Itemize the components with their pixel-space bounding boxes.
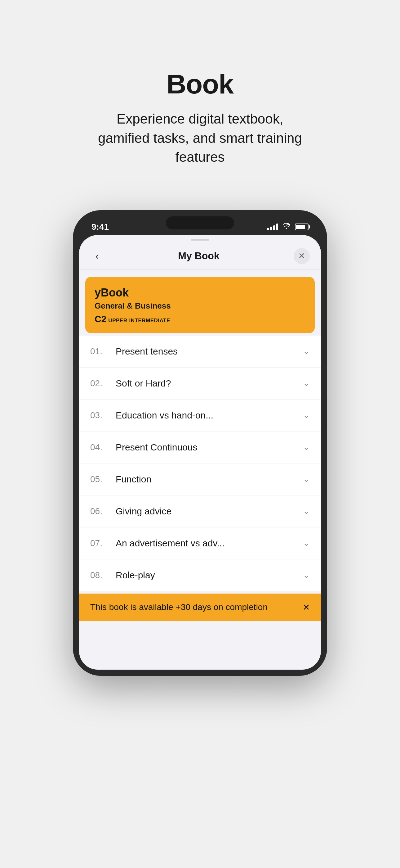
bottom-bar-close-button[interactable]: ✕ — [303, 602, 310, 613]
level-code: C2 — [95, 314, 106, 324]
chapter-name: Present Continuous — [116, 442, 198, 453]
chapter-left: 04. Present Continuous — [90, 442, 198, 453]
phone-frame: 9:41 — [73, 210, 327, 676]
chapter-left: 03. Education vs hand-on... — [90, 410, 213, 421]
page-title: Book — [92, 68, 308, 100]
chapter-left: 06. Giving advice — [90, 506, 171, 517]
chapter-number: 02. — [90, 378, 110, 389]
chapter-item[interactable]: 01. Present tenses ⌄ — [79, 336, 321, 368]
chapter-name: Education vs hand-on... — [116, 410, 213, 421]
chapter-name: Giving advice — [116, 506, 171, 517]
close-button[interactable]: ✕ — [294, 248, 310, 264]
chevron-down-icon: ⌄ — [303, 378, 310, 388]
phone-screen: ‹ My Book ✕ yBook General & Business C2 … — [79, 235, 321, 670]
chevron-down-icon: ⌄ — [303, 570, 310, 580]
chevron-down-icon: ⌄ — [303, 538, 310, 548]
chapter-item[interactable]: 08. Role-play ⌄ — [79, 559, 321, 591]
chapter-number: 08. — [90, 570, 110, 580]
chapter-left: 08. Role-play — [90, 570, 155, 581]
chapter-item[interactable]: 07. An advertisement vs adv... ⌄ — [79, 527, 321, 559]
chapter-item[interactable]: 02. Soft or Hard? ⌄ — [79, 368, 321, 400]
wifi-icon — [282, 223, 291, 231]
nav-bar: ‹ My Book ✕ — [79, 241, 321, 270]
book-subtitle: General & Business — [95, 301, 305, 311]
screen-inner: ‹ My Book ✕ yBook General & Business C2 … — [79, 239, 321, 621]
chapter-number: 05. — [90, 474, 110, 484]
chapter-number: 01. — [90, 346, 110, 356]
chevron-down-icon: ⌄ — [303, 346, 310, 356]
nav-title: My Book — [178, 250, 219, 262]
chapter-name: Role-play — [116, 570, 155, 581]
phone-wrapper: 9:41 — [73, 210, 327, 676]
level-text: UPPER-INTERMEDIATE — [108, 318, 170, 324]
chapter-left: 01. Present tenses — [90, 346, 178, 357]
chapter-left: 02. Soft or Hard? — [90, 378, 171, 389]
chapter-number: 04. — [90, 442, 110, 452]
chapter-list: 01. Present tenses ⌄ 02. Soft or Hard? ⌄… — [79, 336, 321, 591]
chapter-item[interactable]: 04. Present Continuous ⌄ — [79, 432, 321, 464]
chapter-left: 07. An advertisement vs adv... — [90, 538, 225, 549]
chevron-down-icon: ⌄ — [303, 474, 310, 484]
chapter-number: 07. — [90, 538, 110, 548]
status-icons — [267, 223, 308, 231]
chevron-down-icon: ⌄ — [303, 410, 310, 420]
status-time: 9:41 — [92, 222, 109, 232]
chapter-name: Soft or Hard? — [116, 378, 171, 389]
signal-icon — [267, 223, 278, 230]
page-header: Book Experience digital textbook, gamifi… — [92, 0, 308, 191]
book-title: yBook — [95, 286, 305, 299]
close-icon: ✕ — [298, 251, 305, 261]
chapter-number: 06. — [90, 506, 110, 516]
chapter-name: Present tenses — [116, 346, 178, 357]
chapter-number: 03. — [90, 410, 110, 420]
bottom-bar-text: This book is available +30 days on compl… — [90, 602, 268, 612]
back-button[interactable]: ‹ — [90, 249, 104, 263]
back-chevron-icon: ‹ — [96, 250, 99, 262]
chapter-item[interactable]: 05. Function ⌄ — [79, 464, 321, 495]
bottom-bar: This book is available +30 days on compl… — [79, 594, 321, 621]
chevron-down-icon: ⌄ — [303, 506, 310, 516]
chapter-item[interactable]: 06. Giving advice ⌄ — [79, 495, 321, 527]
chapter-left: 05. Function — [90, 474, 151, 485]
phone-notch — [166, 216, 234, 229]
chapter-name: An advertisement vs adv... — [116, 538, 225, 549]
battery-icon — [295, 223, 308, 230]
book-level-badge: C2 UPPER-INTERMEDIATE — [95, 314, 170, 324]
chevron-down-icon: ⌄ — [303, 442, 310, 452]
chapter-item[interactable]: 03. Education vs hand-on... ⌄ — [79, 400, 321, 432]
chapter-name: Function — [116, 474, 151, 485]
book-card: yBook General & Business C2 UPPER-INTERM… — [85, 277, 315, 333]
page-subtitle: Experience digital textbook, gamified ta… — [92, 109, 308, 167]
